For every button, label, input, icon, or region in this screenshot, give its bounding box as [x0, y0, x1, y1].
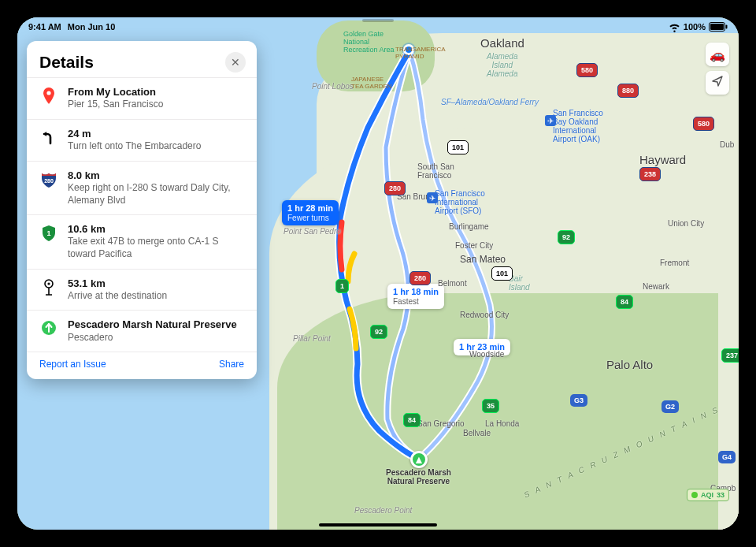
turn-left-icon: [39, 128, 58, 153]
step-subtitle: Keep right on I-280 S toward Daly City, …: [68, 182, 244, 207]
hwy-ca84-a: 84: [616, 295, 633, 309]
status-date: Mon Jun 10: [68, 22, 116, 32]
map-label-oakland: Oakland: [480, 36, 524, 50]
step-title: From My Location: [68, 86, 163, 99]
map-label-belmont: Belmont: [438, 279, 467, 288]
arrive-icon: [39, 277, 58, 303]
driving-mode-button[interactable]: 🚗: [706, 43, 729, 66]
hwy-us101-b: 101: [491, 266, 513, 281]
step-subtitle: Take exit 47B to merge onto CA-1 S towar…: [68, 236, 244, 260]
svg-rect-1: [710, 24, 724, 30]
direction-step[interactable]: 53.1 km Arrive at the destination: [27, 269, 257, 311]
map-label-newark: Newark: [643, 282, 669, 291]
multitask-grabber-icon[interactable]: [362, 19, 394, 22]
step-subtitle: Pier 15, San Francisco: [68, 99, 163, 111]
hwy-ca84-b: 84: [403, 413, 421, 427]
share-link[interactable]: Share: [219, 359, 244, 370]
map-label-dublin: Dub: [720, 140, 734, 149]
direction-step[interactable]: From My Location Pier 15, San Francisco: [27, 77, 257, 119]
map-label-sfo: San Francisco International Airport (SFO…: [435, 189, 485, 215]
panel-title: Details: [39, 53, 94, 72]
svg-text:280: 280: [44, 178, 54, 184]
svg-point-3: [46, 91, 50, 95]
step-subtitle: Turn left onto The Embarcadero: [68, 140, 201, 153]
direction-step[interactable]: 24 m Turn left onto The Embarcadero: [27, 119, 257, 161]
hwy-ca1: 1: [335, 279, 349, 293]
hwy-ca237: 237: [721, 348, 739, 363]
hwy-g3: G3: [570, 394, 587, 407]
home-indicator[interactable]: [319, 523, 437, 527]
map-label-unioncity: Union City: [668, 219, 704, 228]
aqi-value: 33: [717, 491, 724, 499]
map-label-woodside: Woodside: [469, 350, 504, 359]
hwy-us101-a: 101: [447, 140, 469, 154]
close-icon: ✕: [231, 56, 240, 69]
details-panel: Details ✕ From My Location Pier 15, San …: [27, 41, 257, 379]
step-title: 10.6 km: [68, 223, 244, 236]
interstate-shield-icon: 280: [39, 169, 58, 207]
screen: 9:41 AM Mon Jun 10 100%: [17, 17, 739, 530]
destination-marker-icon[interactable]: ▲: [410, 451, 428, 468]
wifi-icon: [669, 23, 680, 32]
status-battery-pct: 100%: [684, 22, 706, 32]
route-time: 1 hr 28 min: [287, 203, 333, 214]
ipad-frame: 9:41 AM Mon Jun 10 100%: [0, 0, 756, 547]
step-subtitle: Arrive at the destination: [68, 290, 167, 303]
svg-point-7: [47, 282, 50, 285]
direction-step[interactable]: 280 8.0 km Keep right on I-280 S toward …: [27, 161, 257, 214]
aqi-badge[interactable]: AQI 33: [687, 489, 729, 501]
map-label-hayward: Hayward: [639, 153, 686, 166]
svg-text:1: 1: [46, 229, 50, 237]
map-label-teagarden: JAPANESE TEA GARDEN: [351, 76, 392, 90]
ca-route-shield-icon: 1: [39, 223, 58, 260]
map-label-fremont: Fremont: [660, 259, 689, 267]
destination-circle-icon: [39, 318, 58, 344]
battery-icon: [709, 22, 728, 32]
step-title: 8.0 km: [68, 169, 244, 182]
step-subtitle: Pescadero: [68, 332, 237, 344]
hwy-ca92-b: 92: [558, 230, 575, 244]
map-label-bellvale: Bellvale: [463, 429, 491, 437]
route-time: 1 hr 18 min: [393, 287, 439, 297]
hwy-i580-a: 580: [576, 63, 598, 77]
hwy-g4: G4: [718, 451, 736, 463]
airport-sfo-icon: ✈: [427, 192, 438, 203]
map-label-dest: Pescadero Marsh Natural Preserve: [386, 468, 451, 486]
status-time: 9:41 AM: [28, 22, 61, 32]
route-callout-primary[interactable]: 1 hr 28 min Fewer turns: [282, 200, 339, 225]
map-label-fostercity: Foster City: [455, 241, 493, 250]
aqi-label: AQI: [701, 491, 713, 499]
hwy-i280-a: 280: [384, 181, 406, 195]
airport-oak-icon: ✈: [545, 115, 556, 126]
hwy-i238: 238: [639, 167, 661, 181]
map-label-lahonda: La Honda: [485, 419, 519, 428]
map-label-southsf: South San Francisco: [417, 162, 454, 180]
location-arrow-icon: [712, 76, 723, 90]
hwy-g2: G2: [662, 400, 679, 413]
map-label-pointlobos: Point Lobos: [312, 82, 354, 91]
aqi-dot-icon: [691, 492, 698, 498]
panel-footer: Report an Issue Share: [27, 352, 257, 379]
map-label-sanmateo: San Mateo: [460, 254, 506, 265]
map-label-paloalto: Palo Alto: [606, 358, 653, 371]
svg-rect-2: [726, 25, 728, 29]
map-label-ferry: SF–Alameda/Oakland Ferry: [441, 98, 539, 106]
route-subtitle: Fastest: [393, 297, 439, 307]
map-label-redwoodcity: Redwood City: [460, 311, 509, 319]
map-label-alameda: Alameda Island Alameda: [487, 52, 517, 78]
step-title: 24 m: [68, 128, 201, 140]
hwy-i880: 880: [617, 84, 639, 98]
step-title: Pescadero Marsh Natural Preserve: [68, 318, 237, 331]
panel-header: Details ✕: [27, 41, 257, 77]
map-label-pillar: Pillar Point: [293, 334, 331, 343]
hwy-i580-b: 580: [693, 117, 714, 131]
direction-step[interactable]: 1 10.6 km Take exit 47B to merge onto CA…: [27, 214, 257, 268]
close-button[interactable]: ✕: [225, 52, 246, 73]
map-label-sangregorio: San Gregorio: [417, 419, 464, 428]
locate-me-button[interactable]: [706, 71, 729, 95]
report-issue-link[interactable]: Report an Issue: [39, 359, 106, 370]
direction-step[interactable]: Pescadero Marsh Natural Preserve Pescade…: [27, 310, 257, 352]
hwy-i280-b: 280: [410, 271, 431, 285]
map-label-oak: San Francisco Bay Oakland International …: [553, 109, 603, 143]
route-callout-alt1[interactable]: 1 hr 18 min Fastest: [387, 284, 444, 309]
